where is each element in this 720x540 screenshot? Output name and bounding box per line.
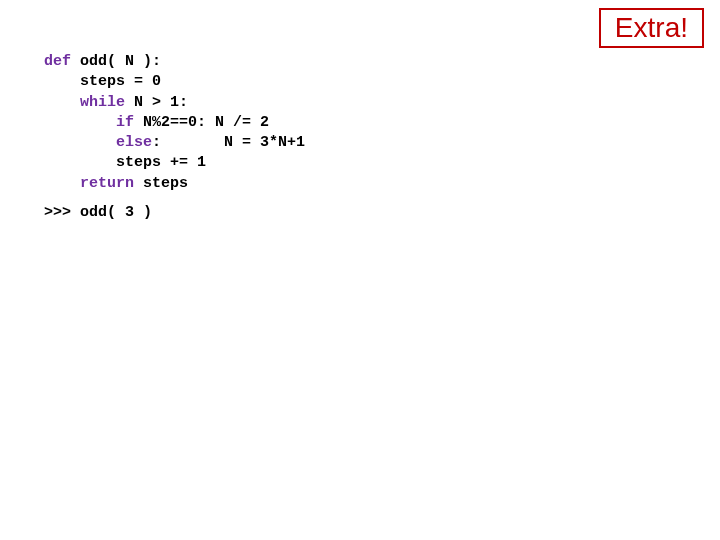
- code-line-2: steps = 0: [44, 73, 161, 90]
- keyword-if: if: [44, 114, 134, 131]
- code-line-6: steps += 1: [44, 154, 206, 171]
- keyword-else: else: [44, 134, 152, 151]
- code-line-4-rest: N%2==0: N /= 2: [134, 114, 269, 131]
- code-line-7-rest: steps: [134, 175, 188, 192]
- code-line-3-rest: N > 1:: [125, 94, 188, 111]
- code-signature: odd( N ):: [71, 53, 161, 70]
- code-block: def odd( N ): steps = 0 while N > 1: if …: [44, 52, 305, 194]
- repl-prompt: >>> odd( 3 ): [44, 204, 152, 221]
- extra-badge: Extra!: [599, 8, 704, 48]
- keyword-while: while: [44, 94, 125, 111]
- repl-prompt-text: >>> odd( 3 ): [44, 204, 152, 221]
- keyword-return: return: [44, 175, 134, 192]
- extra-badge-text: Extra!: [615, 12, 688, 43]
- code-line-5-rest: : N = 3*N+1: [152, 134, 305, 151]
- keyword-def: def: [44, 53, 71, 70]
